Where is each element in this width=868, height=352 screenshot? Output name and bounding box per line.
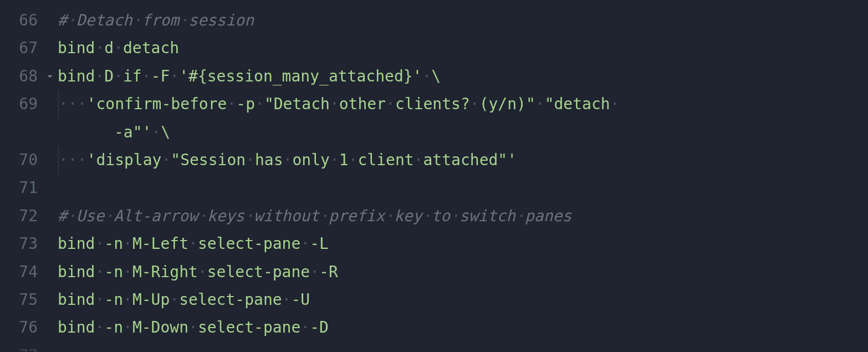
code-token: M-Up xyxy=(132,286,170,314)
code-token: 1 xyxy=(339,146,349,174)
code-line[interactable]: bind·-n·M-Right·select-pane·-R xyxy=(58,258,868,286)
fold-empty xyxy=(42,174,58,202)
line-number: 74 xyxy=(0,258,42,286)
fold-toggle[interactable] xyxy=(42,63,58,90)
whitespace-dot: · xyxy=(170,63,179,90)
code-token: clients? xyxy=(395,90,470,118)
whitespace-dot: · xyxy=(188,230,198,258)
code-line[interactable] xyxy=(58,174,868,202)
whitespace-dot: · xyxy=(283,146,293,174)
line-number: 75 xyxy=(0,286,42,314)
code-line[interactable]: bind·D·if·-F·'#{session_many_attached}'·… xyxy=(58,63,868,90)
code-token: only xyxy=(292,146,329,174)
whitespace-dot: · xyxy=(123,258,132,286)
code-token: \ xyxy=(431,63,441,90)
whitespace-dot: · xyxy=(535,90,545,118)
whitespace-dot: · xyxy=(179,11,188,29)
whitespace-dot: · xyxy=(310,258,319,286)
code-token: d xyxy=(104,34,114,62)
line-number: 67 xyxy=(0,34,42,62)
line-number: 73 xyxy=(0,230,42,258)
fold-empty xyxy=(42,314,58,341)
whitespace-dot: · xyxy=(95,286,104,314)
fold-empty xyxy=(42,342,58,352)
whitespace-dot: · xyxy=(450,207,459,225)
whitespace-dot: · xyxy=(188,314,198,341)
line-number: 70 xyxy=(0,146,42,174)
code-token: -D xyxy=(310,314,329,341)
code-token: (y/n)" xyxy=(479,90,535,118)
whitespace-dot: · xyxy=(300,230,310,258)
code-comment: #·Detach·from·session xyxy=(58,7,254,34)
whitespace-dot: · xyxy=(610,90,620,118)
code-token: "detach xyxy=(545,90,610,118)
code-line[interactable]: bind·d·detach xyxy=(58,34,868,62)
whitespace-dot: · xyxy=(246,146,255,174)
code-token: -L xyxy=(310,230,329,258)
code-line[interactable]: bind·-n·M-Down·select-pane·-D xyxy=(58,314,868,341)
code-token: bind xyxy=(58,34,95,62)
code-line[interactable]: #·Use·Alt-arrow·keys·without·prefix·key·… xyxy=(58,202,868,230)
whitespace-dot: · xyxy=(114,63,123,90)
whitespace-dot: · xyxy=(330,146,339,174)
code-token: bind xyxy=(58,258,95,286)
whitespace-dot: · xyxy=(161,146,171,174)
code-line[interactable]: bind·-n·M-Left·select-pane·-L xyxy=(58,230,868,258)
code-token: M-Left xyxy=(132,230,188,258)
line-number: 76 xyxy=(0,314,42,341)
code-token: attached"' xyxy=(423,146,517,174)
whitespace-dot: · xyxy=(95,230,104,258)
code-line[interactable] xyxy=(58,342,868,352)
fold-empty xyxy=(42,90,58,118)
code-editor[interactable]: 666768697071727374757677 #·Detach·from·s… xyxy=(0,0,868,352)
code-token: -F xyxy=(151,63,170,90)
code-token: -U xyxy=(291,286,310,314)
whitespace-dot: · xyxy=(319,207,329,225)
whitespace-dot: · xyxy=(123,314,132,341)
code-token: '#{session_many_attached}' xyxy=(179,63,422,90)
code-token: -R xyxy=(319,258,338,286)
fold-empty xyxy=(42,286,58,314)
fold-gutter xyxy=(42,0,58,352)
chevron-down-icon xyxy=(45,63,55,90)
code-line-wrap[interactable]: -a"'·\ xyxy=(58,119,868,146)
whitespace-dot: · xyxy=(67,11,76,29)
code-line[interactable]: #·Detach·from·session xyxy=(58,7,868,34)
code-token: M-Right xyxy=(132,258,198,286)
line-number-empty xyxy=(0,119,42,146)
whitespace-dot: · xyxy=(198,207,207,225)
line-number: 69 xyxy=(0,90,42,118)
whitespace-dot: · xyxy=(114,34,123,62)
code-line[interactable]: ···'display·"Session·has·only·1·client·a… xyxy=(58,146,868,174)
code-token: client xyxy=(358,146,413,174)
fold-empty xyxy=(42,230,58,258)
whitespace-dot: · xyxy=(385,207,394,225)
fold-empty xyxy=(42,7,58,34)
whitespace-dot: · xyxy=(104,207,114,225)
whitespace-dot: · xyxy=(123,286,132,314)
whitespace-dot: ··· xyxy=(59,90,87,118)
whitespace-dot: · xyxy=(349,146,358,174)
whitespace-dot: · xyxy=(422,207,432,225)
code-token: -a"' xyxy=(114,119,151,146)
whitespace-dot: · xyxy=(227,90,236,118)
whitespace-dot: · xyxy=(515,207,525,225)
code-token: select-pane xyxy=(198,314,300,341)
whitespace-dot: · xyxy=(330,90,339,118)
indent-guide: ··· xyxy=(58,90,87,118)
code-token: -n xyxy=(104,286,123,314)
whitespace-dot: · xyxy=(170,286,179,314)
code-line[interactable]: bind·-n·M-Up·select-pane·-U xyxy=(58,286,868,314)
code-line[interactable]: ···'confirm-before·-p·"Detach·other·clie… xyxy=(58,90,868,118)
whitespace-dot: · xyxy=(95,258,104,286)
indent-guide: ··· xyxy=(58,146,87,174)
whitespace-dot: · xyxy=(95,63,104,90)
whitespace-dot: · xyxy=(132,11,142,29)
fold-empty xyxy=(42,119,58,146)
code-token: -n xyxy=(104,314,123,341)
code-content[interactable]: #·Detach·from·sessionbind·d·detachbind·D… xyxy=(58,0,868,352)
code-token: select-pane xyxy=(198,230,300,258)
whitespace-dot: · xyxy=(470,90,479,118)
code-token: 'display xyxy=(87,146,162,174)
code-token: -n xyxy=(104,258,123,286)
